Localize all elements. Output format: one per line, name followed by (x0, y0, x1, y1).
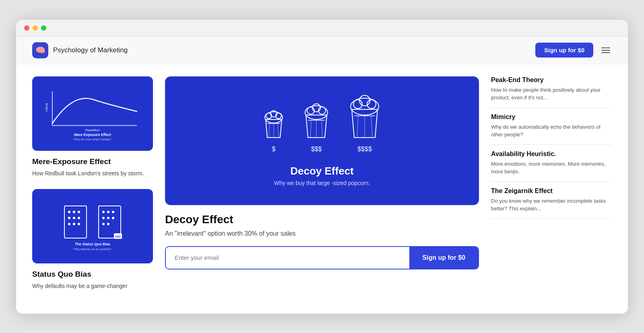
mimicry-title: Mimicry (491, 113, 612, 121)
email-signup-form: Sign up for $0 (165, 246, 479, 269)
svg-point-9 (73, 211, 75, 213)
hero-subtitle: Why we buy that large -sized popcorn. (274, 180, 370, 186)
popcorn-row: $ (262, 95, 382, 153)
nav-signup-button[interactable]: Sign up for $0 (535, 43, 593, 58)
svg-text:YES: YES (115, 235, 121, 238)
zeigarnik-title: The Zeigarnik Effect (491, 187, 612, 195)
right-column: Peak-End Theory How to make people think… (491, 76, 612, 302)
zeigarnik-desc: Do you know why we remember incomplete t… (491, 197, 612, 213)
svg-text:"Why we crave what's familiar.: "Why we crave what's familiar." (73, 138, 112, 141)
popcorn-large-icon (347, 95, 382, 142)
mere-exposure-thumbnail[interactable]: Repetition Liking Mere Exposure Effect "… (32, 76, 153, 151)
mere-exposure-desc: How Redbull took London's streets by sto… (32, 169, 153, 178)
dot-red (24, 25, 29, 31)
mere-exposure-section: Repetition Liking Mere Exposure Effect "… (32, 76, 153, 178)
hamburger-line-2 (601, 50, 610, 51)
navbar-left: 🧠 Psychology of Marketing (32, 42, 128, 58)
svg-point-14 (68, 223, 70, 225)
brand-name: Psychology of Marketing (53, 46, 128, 54)
browser-chrome (16, 20, 628, 37)
hero-card[interactable]: $ (165, 76, 479, 205)
svg-point-13 (78, 217, 80, 219)
mere-exposure-title: Mere-Exposure Effect (32, 157, 153, 166)
sidebar-item-peak-end[interactable]: Peak-End Theory How to make people think… (491, 76, 612, 108)
peak-end-desc: How to make people think positively abou… (491, 86, 612, 102)
dot-yellow (33, 25, 38, 31)
navbar-right: Sign up for $0 (535, 43, 612, 58)
popcorn-small: $ (262, 109, 286, 153)
navbar: 🧠 Psychology of Marketing Sign up for $0 (16, 37, 628, 64)
status-quo-section: YES The Status Quo Bias "Why defaults ar… (32, 189, 153, 290)
svg-point-18 (107, 211, 109, 213)
popcorn-medium-icon (302, 103, 331, 142)
svg-text:Repetition: Repetition (85, 128, 100, 132)
brand-icon: 🧠 (32, 42, 48, 58)
article-desc: An "irrelevant" option worth 30% of your… (165, 230, 479, 237)
svg-point-19 (112, 211, 114, 213)
article-title: Decoy Effect (165, 213, 479, 226)
status-quo-thumbnail[interactable]: YES The Status Quo Bias "Why defaults ar… (32, 189, 153, 263)
svg-point-24 (107, 223, 109, 225)
brain-icon: 🧠 (35, 45, 45, 55)
availability-title: Availability Heuristic. (491, 150, 612, 158)
svg-point-8 (68, 211, 70, 213)
svg-point-20 (102, 217, 105, 219)
status-quo-desc: Why defaults may be a game-changer (32, 282, 153, 290)
svg-point-17 (102, 211, 105, 213)
popcorn-small-price: $ (272, 146, 276, 153)
sidebar-item-availability[interactable]: Availability Heuristic. More emotions, m… (491, 145, 612, 182)
hamburger-line-1 (601, 47, 610, 48)
status-quo-chart: YES The Status Quo Bias "Why defaults ar… (40, 198, 145, 254)
svg-point-12 (73, 217, 75, 219)
svg-point-22 (112, 217, 114, 219)
popcorn-medium: $$$ (302, 103, 331, 153)
hamburger-line-3 (601, 52, 610, 53)
availability-desc: More emotions, more memories. More memor… (491, 160, 612, 176)
browser-window: 🧠 Psychology of Marketing Sign up for $0 (16, 20, 628, 314)
svg-point-21 (107, 217, 109, 219)
svg-point-16 (78, 223, 80, 225)
svg-text:"Why defaults are so powerful.: "Why defaults are so powerful." (73, 248, 112, 251)
svg-rect-6 (64, 206, 87, 238)
mere-exposure-chart: Repetition Liking Mere Exposure Effect "… (32, 85, 153, 142)
svg-line-36 (278, 123, 279, 138)
svg-point-23 (102, 223, 105, 225)
svg-text:Mere Exposure Effect: Mere Exposure Effect (74, 133, 111, 137)
email-signup-button[interactable]: Sign up for $0 (409, 247, 478, 269)
svg-text:Liking: Liking (45, 103, 48, 112)
svg-point-15 (73, 223, 75, 225)
svg-line-52 (371, 116, 372, 138)
svg-line-34 (269, 123, 270, 138)
svg-point-11 (68, 217, 70, 219)
main-content: Repetition Liking Mere Exposure Effect "… (16, 64, 628, 314)
status-quo-title: Status Quo Bias (32, 270, 153, 279)
hero-title: Decoy Effect (290, 165, 354, 177)
peak-end-title: Peak-End Theory (491, 76, 612, 84)
sidebar-item-mimicry[interactable]: Mimicry Why do we automatically echo the… (491, 108, 612, 145)
svg-line-44 (322, 120, 322, 138)
popcorn-small-icon (262, 109, 286, 142)
mimicry-desc: Why do we automatically echo the behavio… (491, 123, 612, 139)
center-column: $ (165, 76, 479, 302)
svg-line-42 (310, 120, 311, 138)
svg-point-10 (78, 211, 80, 213)
svg-line-50 (357, 116, 358, 138)
hamburger-menu[interactable] (600, 46, 612, 55)
popcorn-medium-price: $$$ (311, 146, 322, 153)
sidebar-item-zeigarnik[interactable]: The Zeigarnik Effect Do you know why we … (491, 182, 612, 219)
svg-text:The Status Quo Bias: The Status Quo Bias (75, 242, 110, 246)
popcorn-large: $$$$ (347, 95, 382, 153)
email-input[interactable] (166, 247, 409, 269)
dot-green (41, 25, 46, 31)
left-column: Repetition Liking Mere Exposure Effect "… (32, 76, 153, 302)
popcorn-large-price: $$$$ (357, 146, 372, 153)
